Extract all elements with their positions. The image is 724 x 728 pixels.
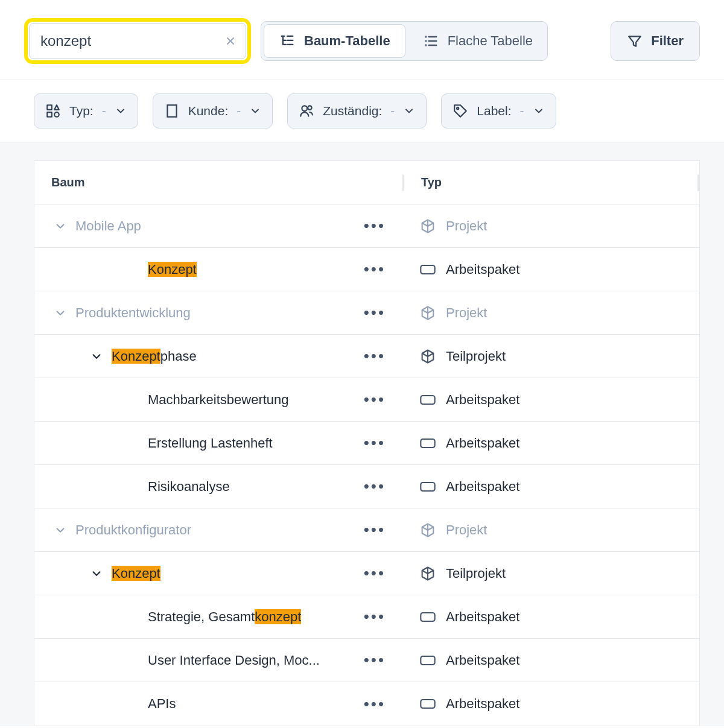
workpackage-icon [419, 481, 436, 493]
table-row[interactable]: Konzept•••Arbeitspaket [34, 248, 699, 291]
tree-label: Machbarkeitsbewertung [148, 392, 289, 408]
box-icon [419, 305, 436, 321]
tag-icon [453, 103, 468, 119]
row-actions-button[interactable]: ••• [364, 260, 398, 279]
table-row[interactable]: Konzeptphase•••Teilprojekt [34, 335, 699, 378]
view-flat-label: Flache Tabelle [448, 33, 533, 49]
table-row[interactable]: Strategie, Gesamtkonzept•••Arbeitspaket [34, 595, 699, 639]
filter-typ[interactable]: Typ: - [34, 93, 138, 128]
expand-toggle-icon[interactable] [90, 350, 112, 363]
svg-point-23 [457, 107, 459, 109]
filter-zustandig[interactable]: Zuständig: - [287, 93, 427, 128]
table-row[interactable]: Machbarkeitsbewertung•••Arbeitspaket [34, 378, 699, 422]
svg-point-7 [425, 45, 426, 45]
svg-point-13 [54, 112, 59, 117]
users-icon [299, 103, 314, 119]
svg-rect-28 [421, 613, 434, 621]
typ-cell: Teilprojekt [402, 565, 699, 582]
typ-cell: Projekt [402, 522, 699, 539]
row-actions-button[interactable]: ••• [364, 217, 398, 235]
table-row[interactable]: Produktkonfigurator•••Projekt [34, 508, 699, 552]
filter-label[interactable]: Label: - [441, 93, 556, 128]
row-actions-button[interactable]: ••• [364, 303, 398, 322]
filter-kunde[interactable]: Kunde: - [153, 93, 273, 128]
workpackage-icon [419, 264, 436, 276]
shapes-icon [45, 103, 61, 119]
expand-toggle-icon[interactable] [90, 567, 112, 580]
view-tree-table-button[interactable]: Baum-Tabelle [264, 24, 405, 58]
expand-toggle-icon[interactable] [54, 220, 75, 233]
row-actions-button[interactable]: ••• [364, 651, 398, 669]
svg-rect-29 [421, 656, 434, 665]
filter-label: Filter [651, 33, 684, 49]
row-actions-button[interactable]: ••• [364, 607, 398, 626]
tree-cell: Produktkonfigurator••• [34, 521, 402, 539]
filter-label-value: - [520, 104, 524, 118]
row-actions-button[interactable]: ••• [364, 347, 398, 366]
expand-toggle-icon[interactable] [54, 306, 75, 320]
tree-label: Mobile App [75, 218, 141, 234]
table-row[interactable]: Konzept•••Teilprojekt [34, 552, 699, 595]
row-actions-button[interactable]: ••• [364, 564, 398, 583]
filter-button[interactable]: Filter [611, 21, 700, 61]
search-input[interactable] [29, 23, 246, 59]
typ-cell: Arbeitspaket [402, 262, 699, 277]
table-row[interactable]: User Interface Design, Moc...•••Arbeitsp… [34, 639, 699, 682]
typ-label: Arbeitspaket [446, 696, 519, 712]
column-resizer[interactable] [697, 174, 699, 191]
tree-label: Konzept [112, 566, 160, 581]
svg-rect-14 [167, 105, 176, 117]
svg-rect-12 [47, 112, 52, 117]
column-baum-header[interactable]: Baum [34, 176, 402, 189]
search-highlight-frame [24, 18, 251, 64]
typ-cell: Projekt [402, 305, 699, 321]
filter-zustandig-label: Zuständig: [323, 104, 382, 118]
workpackage-icon [419, 611, 436, 623]
table-row[interactable]: Produktentwicklung•••Projekt [34, 291, 699, 335]
row-actions-button[interactable]: ••• [364, 521, 398, 539]
workpackage-icon [419, 437, 436, 449]
tree-cell: Risikoanalyse••• [34, 477, 402, 496]
box-icon [419, 522, 436, 539]
filter-kunde-value: - [237, 104, 241, 118]
tree-cell: APIs••• [34, 695, 402, 714]
expand-toggle-icon[interactable] [54, 524, 75, 537]
row-actions-button[interactable]: ••• [364, 390, 398, 409]
workpackage-icon [419, 698, 436, 710]
row-actions-button[interactable]: ••• [364, 695, 398, 714]
typ-label: Projekt [446, 218, 487, 234]
table-row[interactable]: Mobile App•••Projekt [34, 204, 699, 248]
tree-label: Strategie, Gesamtkonzept [148, 609, 301, 625]
tree-cell: Konzept••• [34, 564, 402, 583]
tree-cell: Machbarkeitsbewertung••• [34, 390, 402, 409]
table-header: Baum Typ [34, 161, 699, 204]
view-tree-label: Baum-Tabelle [304, 33, 390, 49]
svg-point-22 [308, 106, 312, 110]
tree-cell: User Interface Design, Moc...••• [34, 651, 402, 669]
chevron-down-icon [115, 105, 127, 117]
filter-zustandig-value: - [390, 104, 395, 118]
table-row[interactable]: Erstellung Lastenheft•••Arbeitspaket [34, 422, 699, 465]
list-icon [422, 33, 439, 49]
filter-typ-label: Typ: [69, 104, 94, 118]
svg-rect-24 [421, 265, 434, 274]
building-icon [164, 103, 180, 119]
clear-search-icon[interactable] [224, 35, 237, 47]
tree-label: Konzept [148, 262, 197, 277]
typ-label: Arbeitspaket [446, 435, 519, 451]
row-actions-button[interactable]: ••• [364, 434, 398, 452]
column-typ-header[interactable]: Typ [404, 176, 697, 189]
box-icon [419, 565, 436, 582]
svg-rect-26 [421, 439, 434, 448]
row-actions-button[interactable]: ••• [364, 477, 398, 496]
table-row[interactable]: Risikoanalyse•••Arbeitspaket [34, 465, 699, 508]
view-flat-table-button[interactable]: Flache Tabelle [408, 24, 547, 58]
typ-label: Projekt [446, 522, 487, 538]
tree-cell: Produktentwicklung••• [34, 303, 402, 322]
filter-label-label: Label: [477, 104, 511, 118]
filter-row: Typ: - Kunde: - Zuständig: - Label: - [0, 80, 724, 142]
box-icon [419, 348, 436, 365]
box-icon [419, 218, 436, 235]
table-row[interactable]: APIs•••Arbeitspaket [34, 682, 699, 726]
typ-cell: Arbeitspaket [402, 479, 699, 495]
